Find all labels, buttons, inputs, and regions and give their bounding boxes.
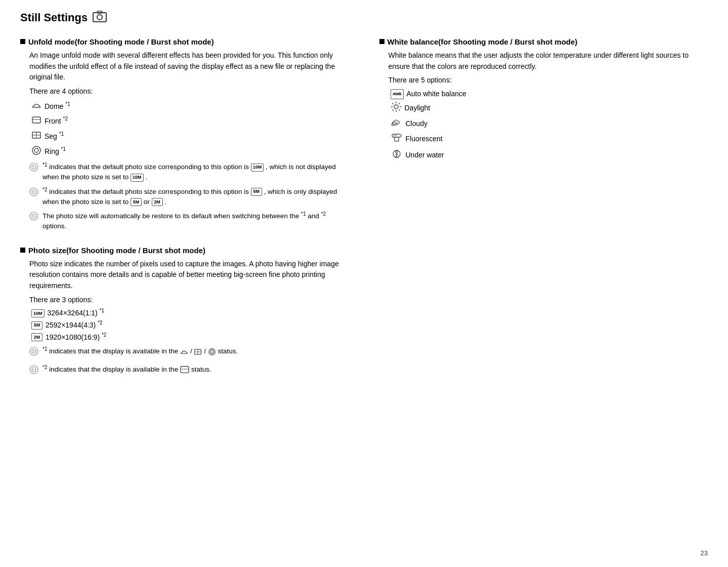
main-content: Unfold mode(for Shooting mode / Burst sh… xyxy=(20,37,708,392)
note-icon-ps2 xyxy=(29,365,38,378)
bullet-icon-2 xyxy=(20,248,25,253)
list-item: 5M 2592×1944(4:3) *2 xyxy=(31,320,349,331)
list-item: 2M 1920×1080(16:9) *2 xyxy=(31,333,349,343)
section-unfold-title: Unfold mode(for Shooting mode / Burst sh… xyxy=(20,37,349,46)
dome-icon xyxy=(31,100,41,113)
10m-size-icon: 10M xyxy=(31,309,45,317)
svg-point-22 xyxy=(33,351,34,352)
list-item: Daylight xyxy=(391,101,708,115)
unfold-note-1: *1 indicates that the default photo size… xyxy=(29,162,349,183)
left-column: Unfold mode(for Shooting mode / Burst sh… xyxy=(20,37,349,392)
list-item: 10M 3264×3264(1:1) *1 xyxy=(31,308,349,318)
photosize-note-1: *1 indicates that the display is availab… xyxy=(29,346,349,360)
section-wb-title: White balance(for Shooting mode / Burst … xyxy=(379,37,708,46)
svg-point-31 xyxy=(33,369,34,370)
svg-point-16 xyxy=(33,191,34,192)
seg-icon xyxy=(31,130,41,143)
photosize-note-2: *2 indicates that the display is availab… xyxy=(29,364,349,378)
svg-point-28 xyxy=(210,350,213,353)
5m-icon: 5M xyxy=(251,188,262,196)
svg-point-27 xyxy=(208,348,215,354)
svg-line-42 xyxy=(392,109,393,110)
svg-point-19 xyxy=(33,216,34,217)
section-white-balance: White balance(for Shooting mode / Burst … xyxy=(379,37,708,162)
10m-icon: 10M xyxy=(251,164,264,172)
svg-line-39 xyxy=(392,103,393,104)
list-item: Dome *1 xyxy=(31,100,349,113)
page-number: 23 xyxy=(701,549,708,557)
unfold-note-3: The photo size will automatically be res… xyxy=(29,211,349,232)
photosize-options-list: 10M 3264×3264(1:1) *1 5M 2592×1944(4:3) … xyxy=(31,308,349,342)
svg-line-40 xyxy=(399,109,400,110)
note-icon-2 xyxy=(29,187,38,200)
list-item: Fluorescent xyxy=(391,132,708,146)
svg-point-9 xyxy=(32,146,40,154)
section-unfold-mode: Unfold mode(for Shooting mode / Burst sh… xyxy=(20,37,349,232)
page-title: Still Settings xyxy=(20,11,88,24)
section-wb-body: White balance means that the user adjust… xyxy=(389,50,708,162)
bullet-icon xyxy=(20,39,25,44)
ring-icon xyxy=(31,145,41,158)
list-item: Front *2 xyxy=(31,115,349,128)
fluorescent-icon xyxy=(391,132,403,146)
list-item: Under water xyxy=(391,148,708,163)
svg-point-1 xyxy=(97,15,102,20)
note-icon-3 xyxy=(29,212,38,225)
2m-icon: 2M xyxy=(152,198,163,206)
5m-icon-2: 5M xyxy=(131,198,142,206)
svg-rect-4 xyxy=(32,117,40,123)
list-item: Seg *1 xyxy=(31,130,349,143)
camera-icon xyxy=(93,10,107,25)
unfold-options-list: Dome *1 Front *2 xyxy=(31,100,349,158)
5m-size-icon: 5M xyxy=(31,321,42,330)
front-icon xyxy=(31,115,41,128)
right-column: White balance(for Shooting mode / Burst … xyxy=(379,37,708,176)
note-icon-1 xyxy=(29,163,38,176)
section-photosize-title: Photo size(for Shooting mode / Burst sho… xyxy=(20,246,349,255)
list-item: AWB Auto white balance xyxy=(391,89,708,99)
unfold-note-2: *2 indicates that the default photo size… xyxy=(29,187,349,208)
section-photosize-body: Photo size indicates the number of pixel… xyxy=(29,259,349,378)
svg-point-13 xyxy=(33,167,34,168)
svg-point-34 xyxy=(394,105,398,109)
svg-line-41 xyxy=(399,103,400,104)
underwater-icon xyxy=(391,148,403,163)
svg-point-48 xyxy=(396,151,398,153)
cloudy-icon xyxy=(391,117,403,131)
sun-icon xyxy=(391,101,402,115)
list-item: Cloudy xyxy=(391,117,708,131)
list-item: Ring *1 xyxy=(31,145,349,158)
10m-icon-2: 10M xyxy=(131,174,144,182)
section-unfold-body: An Image unfold mode with several differ… xyxy=(29,50,349,232)
section-photo-size: Photo size(for Shooting mode / Burst sho… xyxy=(20,246,349,378)
auto-wb-icon: AWB xyxy=(391,89,404,99)
wb-options-list: AWB Auto white balance xyxy=(391,89,708,162)
svg-rect-0 xyxy=(93,13,106,22)
bullet-icon-3 xyxy=(379,39,384,44)
svg-rect-32 xyxy=(181,367,189,373)
2m-size-icon: 2M xyxy=(31,333,42,341)
svg-point-10 xyxy=(34,148,38,152)
note-icon-ps1 xyxy=(29,347,38,360)
page-header: Still Settings xyxy=(20,10,708,25)
